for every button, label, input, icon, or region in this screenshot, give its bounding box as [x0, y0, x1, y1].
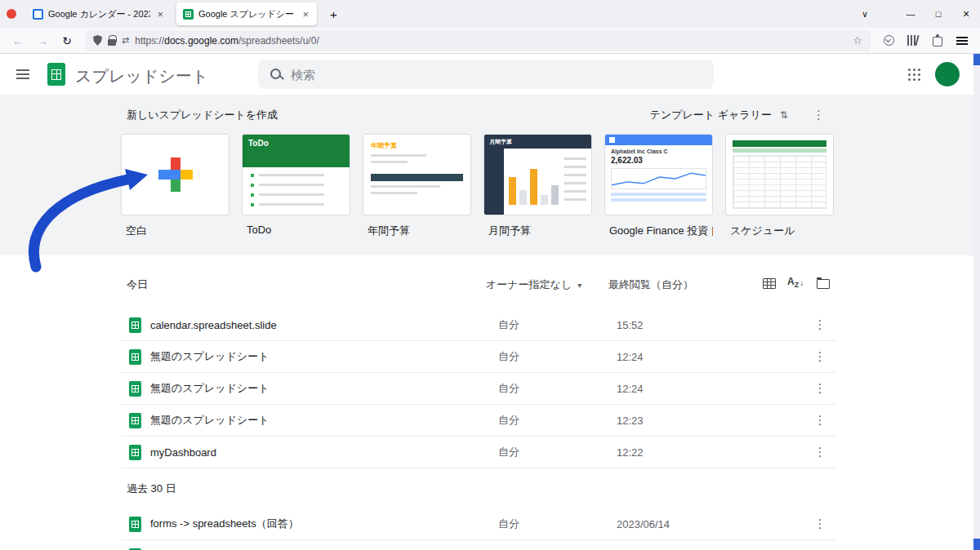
section-title-today: 今日: [127, 277, 148, 292]
template-section-menu-icon[interactable]: ⋮: [813, 108, 825, 122]
monthly-budget-thumbnail[interactable]: 月間予算: [483, 134, 592, 215]
window-close-button[interactable]: ×: [952, 7, 980, 20]
file-viewed: 2023/06/14: [617, 518, 804, 530]
library-button[interactable]: [902, 35, 924, 46]
mini-line-chart: [611, 168, 706, 189]
sheets-grid-glyph: [131, 417, 139, 424]
tab-google-calendar[interactable]: Google カレンダー - 2023年 6月 2 ×: [26, 2, 172, 25]
bar: [509, 177, 516, 205]
file-row[interactable]: 無題のスプレッドシート 自分 12:24 ⋮: [121, 341, 836, 373]
window-maximize-button[interactable]: □: [924, 9, 952, 19]
file-name: 無題のスプレッドシート: [150, 413, 498, 428]
plus-arm: [158, 170, 171, 180]
file-viewed: 12:23: [617, 415, 804, 427]
forward-button[interactable]: →: [31, 34, 54, 47]
main-menu-icon[interactable]: [16, 69, 29, 71]
plus-arm: [171, 157, 180, 170]
extensions-button[interactable]: [926, 34, 949, 47]
scrollbar-down-button[interactable]: [973, 539, 980, 550]
file-menu-icon[interactable]: ⋮: [804, 413, 836, 428]
template-label: ToDo: [242, 224, 350, 236]
file-menu-icon[interactable]: ⋮: [804, 445, 836, 459]
file-menu-icon[interactable]: ⋮: [804, 317, 836, 332]
file-row[interactable]: forms -> spreadsheets（回答） 自分 2023/06/14 …: [121, 508, 836, 540]
sheets-file-icon: [129, 349, 141, 365]
template-gallery-button[interactable]: テンプレート ギャラリー ⇅: [650, 108, 788, 122]
finance-thumb-body: Alphabet Inc Class C 2,622.03: [605, 145, 712, 204]
annual-budget-thumbnail[interactable]: 年間予算: [363, 134, 471, 215]
file-row[interactable]: 無題のスプレッドシート 自分 12:23 ⋮: [121, 405, 836, 437]
tab-close-icon[interactable]: ×: [155, 8, 165, 20]
file-menu-icon[interactable]: ⋮: [804, 349, 836, 364]
file-name: 無題のスプレッドシート: [150, 381, 498, 396]
last-viewed-column-header[interactable]: 最終閲覧（自分）: [608, 277, 693, 292]
browser-menu-button[interactable]: [951, 37, 973, 45]
search-bar[interactable]: [258, 60, 714, 89]
tracking-protection-shield-icon[interactable]: [93, 35, 102, 46]
google-sheets-favicon: [183, 9, 194, 20]
page-scrollbar[interactable]: [973, 54, 980, 550]
template-card-schedule[interactable]: スケジュール: [725, 134, 834, 238]
lock-icon[interactable]: [108, 39, 116, 46]
sort-az-icon[interactable]: AZ↓: [787, 277, 804, 289]
bar: [541, 195, 548, 205]
schedule-thumbnail[interactable]: [725, 134, 834, 215]
sort-z: Z: [795, 282, 800, 289]
template-label: Google Finance 投資ト...: [604, 224, 713, 238]
mini-bar-chart: [509, 157, 559, 205]
google-apps-grid-icon[interactable]: [908, 69, 911, 71]
tab-list-chevron-icon[interactable]: ∨: [853, 9, 877, 20]
library-icon: [907, 35, 909, 46]
bar: [551, 185, 559, 205]
bar: [530, 169, 537, 205]
url-bar[interactable]: ⇄ https://docs.google.com/spreadsheets/u…: [85, 30, 871, 51]
folder-picker-icon[interactable]: [817, 279, 830, 289]
sheets-file-icon: [129, 317, 141, 333]
blank-template-thumbnail[interactable]: [121, 134, 229, 215]
decor-band: [371, 174, 463, 181]
grid-view-icon[interactable]: [763, 278, 776, 289]
reload-button[interactable]: ↻: [56, 34, 78, 47]
scrollbar-up-button[interactable]: [973, 54, 980, 65]
template-card-annual-budget[interactable]: 年間予算 年間予算: [363, 134, 471, 238]
account-avatar[interactable]: [935, 62, 960, 86]
app-title: スプレッドシート: [75, 65, 208, 87]
permissions-icon[interactable]: ⇄: [122, 35, 129, 46]
file-menu-icon[interactable]: ⋮: [804, 517, 836, 531]
file-row[interactable]: myDashboard 自分 12:22 ⋮: [121, 437, 836, 468]
sheets-logo[interactable]: [47, 63, 65, 86]
todo-template-thumbnail[interactable]: ToDo: [242, 134, 350, 215]
google-calendar-favicon: [33, 9, 43, 20]
new-tab-button[interactable]: +: [325, 7, 342, 21]
tab-close-icon[interactable]: ×: [301, 8, 310, 20]
finance-thumbnail[interactable]: Alphabet Inc Class C 2,622.03: [604, 134, 713, 215]
pocket-button[interactable]: [877, 35, 900, 46]
tab-google-sheets[interactable]: Google スプレッドシート ×: [176, 2, 317, 25]
decor-grid: [733, 155, 826, 209]
template-card-google-finance[interactable]: Alphabet Inc Class C 2,622.03 Google Fin…: [604, 134, 713, 238]
decor-table: [611, 193, 706, 204]
template-card-monthly-budget[interactable]: 月間予算 月間予算: [483, 134, 592, 238]
template-card-todo[interactable]: ToDo ToDo: [242, 134, 350, 238]
template-label: 空白: [121, 224, 229, 238]
sheets-grid-glyph: [131, 322, 139, 329]
file-row-partial[interactable]: ⋮: [121, 540, 836, 550]
window-minimize-button[interactable]: —: [897, 9, 924, 19]
bookmark-star-icon[interactable]: ☆: [853, 34, 862, 47]
file-menu-icon[interactable]: ⋮: [804, 381, 836, 396]
file-viewed: 12:22: [617, 446, 804, 459]
file-row[interactable]: calendar.spreadsheet.slide 自分 15:52 ⋮: [121, 309, 836, 341]
back-button[interactable]: ←: [7, 34, 29, 47]
search-input[interactable]: [291, 68, 702, 82]
file-name: calendar.spreadsheet.slide: [150, 319, 498, 331]
template-section: 新しいスプレッドシートを作成 テンプレート ギャラリー ⇅ ⋮ 空白 ToDo: [0, 95, 980, 255]
decor-line: [371, 185, 440, 188]
template-card-blank[interactable]: 空白: [121, 134, 229, 238]
file-list: 今日 オーナー指定なし ▾ 最終閲覧（自分） AZ↓ calendar.spre…: [121, 255, 836, 550]
file-row[interactable]: 無題のスプレッドシート 自分 12:24 ⋮: [121, 373, 836, 405]
template-label: 月間予算: [483, 224, 592, 238]
url-text[interactable]: https://docs.google.com/spreadsheets/u/0…: [135, 35, 847, 47]
plus-arm: [171, 180, 180, 192]
file-viewed: 15:52: [617, 319, 804, 331]
owner-filter-dropdown[interactable]: オーナー指定なし ▾: [486, 277, 581, 292]
